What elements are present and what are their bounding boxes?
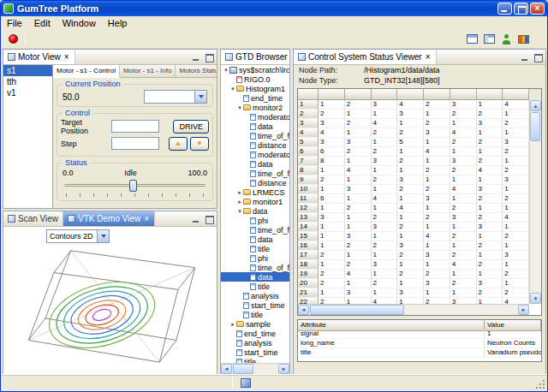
scroll-left-icon[interactable]: ◄ — [221, 364, 232, 374]
grid-row[interactable]: 1212141211 — [298, 204, 529, 213]
tree-item-8[interactable]: distance — [221, 140, 289, 150]
grid-row[interactable]: 1161413122 — [298, 194, 529, 204]
expanded-arrow-icon[interactable]: ▾ — [223, 67, 229, 74]
collapsed-arrow-icon[interactable]: ▸ — [236, 189, 243, 196]
tree-item-22[interactable]: data — [221, 272, 289, 282]
tab-scan-view[interactable]: Scan View — [3, 211, 63, 226]
tree-item-25[interactable]: start_time — [221, 300, 289, 310]
scroll-up-icon[interactable]: ▲ — [530, 100, 541, 111]
user-button[interactable] — [497, 32, 515, 47]
resize-grip[interactable] — [543, 387, 545, 389]
tree-item-29[interactable]: analysis — [221, 338, 289, 347]
target-position-input[interactable] — [111, 120, 159, 133]
drive-button[interactable]: DRIVE — [173, 120, 209, 134]
step-input[interactable] — [111, 137, 159, 150]
window-grid-button[interactable] — [463, 32, 480, 47]
scroll-right-icon[interactable]: ► — [518, 305, 529, 315]
tree-item-28[interactable]: end_time — [221, 329, 289, 338]
view-maximize-icon[interactable] — [203, 52, 215, 62]
attribute-row[interactable]: long_nameNeutron Counts — [298, 339, 541, 348]
tree-item-16[interactable]: phi — [221, 216, 289, 225]
attribute-row[interactable]: titleVanadium pseudo-white — [298, 348, 541, 358]
tree-item-1[interactable]: RIGO.0 — [221, 74, 289, 84]
tree-item-23[interactable]: title — [221, 282, 289, 291]
grid-row[interactable]: 814112242 — [298, 166, 529, 175]
motor-tab-0[interactable]: Motor - s1 - Control — [53, 65, 120, 78]
tree-item-12[interactable]: distance — [221, 178, 289, 187]
tree-item-13[interactable]: ▸LRMECS — [221, 187, 289, 197]
window-split-button[interactable] — [480, 32, 497, 47]
grid-row[interactable]: 2021213231 — [298, 279, 529, 288]
tree-item-30[interactable]: start_time — [221, 347, 289, 357]
record-button[interactable] — [4, 32, 21, 47]
scroll-left-icon[interactable]: ◄ — [298, 305, 309, 315]
expanded-arrow-icon[interactable]: ▾ — [236, 104, 243, 111]
collapsed-arrow-icon[interactable]: ▸ — [229, 321, 236, 328]
tree-item-10[interactable]: data — [221, 159, 289, 169]
tree-item-31[interactable]: title — [221, 357, 289, 363]
palette-button[interactable] — [515, 32, 532, 47]
grid-row[interactable]: 332412132 — [298, 119, 529, 128]
scroll-thumb[interactable] — [233, 364, 253, 374]
grid-row[interactable]: 921231113 — [298, 175, 529, 185]
tab-vtk-demo-view[interactable]: VTK Demo View × — [63, 211, 155, 226]
grid-row[interactable]: 533151223 — [298, 138, 529, 147]
grid-row[interactable]: 1612231121 — [298, 241, 529, 251]
expanded-arrow-icon[interactable]: ▾ — [236, 208, 243, 215]
position-combo[interactable] — [144, 90, 207, 104]
grid-row[interactable]: 1513114212 — [298, 232, 529, 241]
tree-item-11[interactable]: time_of_flight — [221, 169, 289, 178]
tree-item-21[interactable]: time_of_flight — [221, 263, 289, 272]
expanded-arrow-icon[interactable]: ▾ — [229, 86, 236, 92]
position-slider[interactable] — [64, 179, 206, 193]
close-icon[interactable]: × — [63, 53, 70, 61]
grid-row[interactable]: 112342314 — [298, 100, 529, 110]
scroll-right-icon[interactable]: ► — [278, 364, 289, 374]
tree-item-7[interactable]: time_of_flight — [221, 131, 289, 140]
grid-row[interactable]: 1013122431 — [298, 185, 529, 194]
grid-row[interactable]: 1331212324 — [298, 213, 529, 223]
step-down-button[interactable]: ▼ — [190, 137, 209, 151]
tree-item-27[interactable]: ▸sample — [221, 319, 289, 329]
grid-row[interactable]: 2113131122 — [298, 288, 529, 298]
close-button[interactable]: × — [530, 3, 545, 15]
menu-item-window[interactable]: Window — [57, 17, 102, 29]
menu-item-edit[interactable]: Edit — [28, 17, 57, 29]
scroll-thumb[interactable] — [310, 305, 404, 315]
view-maximize-icon[interactable] — [532, 52, 544, 62]
motor-item-s1[interactable]: s1 — [3, 65, 52, 76]
tree-item-14[interactable]: ▸monitor1 — [221, 197, 289, 206]
grid-row[interactable]: 1721123213 — [298, 251, 529, 260]
grid-row[interactable]: 221131221 — [298, 110, 529, 119]
tree-item-19[interactable]: title — [221, 244, 289, 253]
close-icon[interactable]: × — [425, 53, 432, 61]
slider-thumb[interactable] — [129, 180, 137, 192]
scroll-down-icon[interactable]: ▼ — [530, 293, 541, 304]
scroll-thumb[interactable] — [530, 112, 540, 141]
table-horizontal-scrollbar[interactable]: ◄ ► — [298, 304, 529, 315]
tab-gtd-browser[interactable]: GTD Browser × — [221, 50, 289, 64]
chevron-down-icon[interactable] — [194, 91, 206, 103]
attribute-row[interactable]: signal1 — [298, 330, 541, 339]
table-vertical-scrollbar[interactable]: ▲ ▼ — [529, 100, 541, 304]
motor-tab-2[interactable]: Motors Status — [176, 65, 217, 77]
tree-item-0[interactable]: ▾sys$scratch\lrcs3000 — [221, 65, 289, 74]
chevron-down-icon[interactable] — [97, 230, 109, 242]
minimize-button[interactable] — [497, 3, 512, 15]
menu-item-help[interactable]: Help — [102, 17, 134, 29]
view-minimize-icon[interactable] — [190, 52, 202, 62]
grid-row[interactable]: 2221412314 — [298, 298, 529, 304]
motor-tab-1[interactable]: Motor - s1 - Info — [120, 65, 176, 77]
grid-row[interactable]: 1924122112 — [298, 270, 529, 279]
progress-indicator-icon[interactable] — [241, 378, 251, 388]
contours-combo[interactable]: Contours 2D — [46, 229, 110, 243]
tree-item-4[interactable]: ▾monitor2 — [221, 103, 289, 112]
tree-item-24[interactable]: analysis — [221, 291, 289, 300]
maximize-button[interactable] — [514, 3, 528, 15]
view-minimize-icon[interactable] — [190, 214, 202, 224]
step-up-button[interactable]: ▲ — [169, 137, 188, 151]
grid-row[interactable]: 662214112 — [298, 147, 529, 157]
tree-horizontal-scrollbar[interactable]: ◄ ► — [221, 363, 289, 374]
title-bar[interactable]: GumTree Platform × — [1, 1, 547, 16]
tree-item-6[interactable]: data — [221, 122, 289, 131]
